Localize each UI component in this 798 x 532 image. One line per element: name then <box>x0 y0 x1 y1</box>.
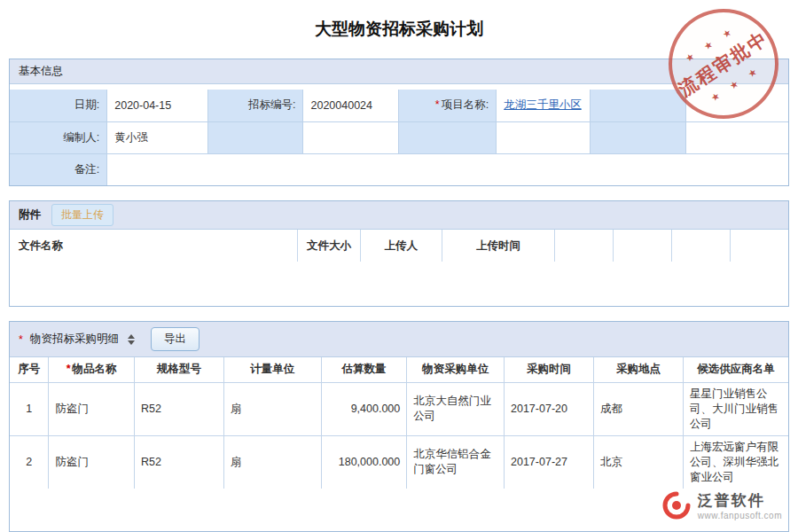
cell-purchase-unit: 北京华信铝合金门窗公司 <box>407 435 505 489</box>
export-button[interactable]: 导出 <box>151 327 200 351</box>
column-uploader: 上传人 <box>360 230 442 262</box>
empty-value-cell <box>303 121 399 153</box>
column-upload-time: 上传时间 <box>442 230 554 262</box>
detail-header-row: 序号 *物品名称 规格型号 计量单位 估算数量 物资采购单位 采购时间 采购地点… <box>10 357 788 382</box>
remark-label: 备注: <box>10 153 107 185</box>
column-estimated-qty: 估算数量 <box>321 357 407 382</box>
empty-label-cell <box>399 121 497 153</box>
project-label-text: 项目名称: <box>442 98 489 111</box>
basic-info-row: 编制人: 黄小强 <box>10 121 788 153</box>
attachments-header: 附件 批量上传 <box>10 201 788 230</box>
cell-purchase-time: 2017-07-27 <box>505 435 594 489</box>
required-asterisk: * <box>435 98 440 111</box>
date-label: 日期: <box>10 90 107 121</box>
empty-label-cell <box>590 121 685 153</box>
cell-spec: R52 <box>134 435 223 489</box>
basic-info-table: 日期: 2020-04-15 招标编号: 2020040024 *项目名称: 龙… <box>10 90 788 185</box>
cell-purchase-time: 2017-07-20 <box>505 382 594 435</box>
column-unit: 计量单位 <box>223 357 321 382</box>
attachments-header-row: 文件名称 文件大小 上传人 上传时间 <box>10 230 788 262</box>
attachments-table: 文件名称 文件大小 上传人 上传时间 <box>10 230 788 262</box>
cell-estimated-qty: 180,000.000 <box>321 435 407 489</box>
author-value: 黄小强 <box>107 121 208 153</box>
column-empty <box>555 230 614 262</box>
column-item-name-text: 物品名称 <box>73 363 117 375</box>
column-empty <box>671 230 730 262</box>
logo-url-text: www.fanpusoft.com <box>698 511 782 521</box>
cell-seq: 2 <box>10 435 49 489</box>
required-asterisk: * <box>19 333 23 346</box>
column-empty <box>613 230 671 262</box>
empty-value-cell <box>685 90 788 121</box>
fanpu-logo: 泛普软件 www.fanpusoft.com <box>658 489 786 525</box>
sort-icon[interactable] <box>128 334 135 345</box>
cell-unit: 扇 <box>223 435 321 489</box>
logo-brand-text: 泛普软件 <box>698 492 782 510</box>
remark-value <box>107 153 788 185</box>
column-purchase-place: 采购地点 <box>593 357 683 382</box>
fanpu-logo-icon <box>661 490 692 523</box>
required-asterisk: * <box>66 363 71 375</box>
column-spec: 规格型号 <box>134 357 223 382</box>
empty-label-cell <box>590 90 685 121</box>
batch-upload-button[interactable]: 批量上传 <box>51 204 113 226</box>
empty-label-cell <box>208 121 303 153</box>
cell-purchase-place: 北京 <box>593 435 683 489</box>
detail-table: 序号 *物品名称 规格型号 计量单位 估算数量 物资采购单位 采购时间 采购地点… <box>10 357 788 489</box>
column-item-name: *物品名称 <box>49 357 135 382</box>
cell-suppliers: 上海宏远窗户有限公司、深圳华强北窗业公司 <box>683 435 788 489</box>
project-label: *项目名称: <box>399 90 497 121</box>
cell-item-name: 防盗门 <box>49 382 135 435</box>
cell-suppliers: 星星门业销售公司、大川门业销售公司 <box>683 382 788 435</box>
empty-value-cell <box>497 121 590 153</box>
attachments-section: 附件 批量上传 文件名称 文件大小 上传人 上传时间 <box>9 200 789 307</box>
bid-no-value: 2020040024 <box>303 90 399 121</box>
cell-seq: 1 <box>10 382 49 435</box>
column-purchase-time: 采购时间 <box>505 357 594 382</box>
detail-title: 物资招标采购明细 <box>30 332 119 347</box>
column-file-name: 文件名称 <box>10 230 298 262</box>
cell-item-name: 防盗门 <box>49 435 135 489</box>
author-label: 编制人: <box>10 121 107 153</box>
column-suppliers: 候选供应商名单 <box>683 357 788 382</box>
column-file-size: 文件大小 <box>298 230 360 262</box>
empty-value-cell <box>685 121 788 153</box>
cell-spec: R52 <box>134 382 223 435</box>
project-link[interactable]: 龙湖三千里小区 <box>504 98 582 111</box>
cell-purchase-place: 成都 <box>593 382 683 435</box>
basic-info-row: 日期: 2020-04-15 招标编号: 2020040024 *项目名称: 龙… <box>10 90 788 121</box>
column-empty <box>730 230 788 262</box>
cell-estimated-qty: 9,400.000 <box>321 382 407 435</box>
table-row: 2 防盗门 R52 扇 180,000.000 北京华信铝合金门窗公司 2017… <box>10 435 788 489</box>
cell-purchase-unit: 北京大自然门业公司 <box>407 382 505 435</box>
basic-info-row: 备注: <box>10 153 788 185</box>
basic-info-section: 基本信息 日期: 2020-04-15 招标编号: 2020040024 *项目… <box>9 59 789 186</box>
page-title: 大型物资招标采购计划 <box>0 0 798 39</box>
column-seq: 序号 <box>10 357 49 382</box>
basic-info-header: 基本信息 <box>10 59 788 84</box>
cell-unit: 扇 <box>223 382 321 435</box>
bid-no-label: 招标编号: <box>208 90 303 121</box>
attachments-empty-body <box>10 262 788 306</box>
detail-header: * 物资招标采购明细 导出 <box>10 322 788 357</box>
date-value: 2020-04-15 <box>107 90 208 121</box>
column-purchase-unit: 物资采购单位 <box>407 357 505 382</box>
table-row: 1 防盗门 R52 扇 9,400.000 北京大自然门业公司 2017-07-… <box>10 382 788 435</box>
project-value-cell: 龙湖三千里小区 <box>497 90 590 121</box>
attachments-title: 附件 <box>19 207 41 223</box>
